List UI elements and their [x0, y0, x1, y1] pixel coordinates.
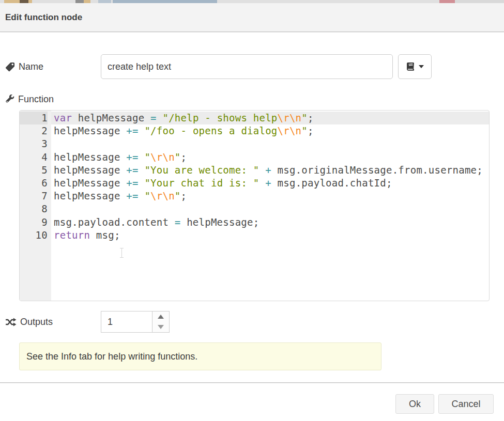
code-gutter: 12345678910	[20, 111, 51, 301]
arrow-down-icon	[158, 325, 164, 329]
name-label: Name	[19, 61, 43, 72]
library-button[interactable]	[398, 54, 432, 79]
code-line[interactable]: helpMessage += "\r\n";	[51, 151, 489, 164]
function-row: Function	[5, 93, 54, 105]
code-line[interactable]: helpMessage += "\r\n";	[51, 190, 489, 202]
spinner-buttons	[152, 311, 169, 332]
name-input[interactable]	[101, 54, 393, 79]
line-number: 6	[20, 177, 48, 190]
outputs-row: Outputs	[5, 316, 53, 328]
info-box: See the Info tab for help writing functi…	[19, 342, 381, 370]
shuffle-icon	[5, 318, 17, 326]
info-text: See the Info tab for help writing functi…	[26, 351, 197, 362]
cancel-button[interactable]: Cancel	[438, 394, 494, 414]
code-line[interactable]: helpMessage += "You are welcome: " + msg…	[51, 164, 489, 177]
line-number: 8	[20, 202, 48, 215]
code-line[interactable]: return msg;	[51, 229, 489, 242]
code-line[interactable]	[51, 137, 489, 150]
line-number: 10	[20, 229, 48, 242]
code-line[interactable]	[51, 202, 489, 215]
outputs-spinner	[101, 311, 170, 333]
function-label: Function	[18, 94, 54, 105]
spinner-up-button[interactable]	[152, 311, 169, 322]
chevron-down-icon	[419, 65, 424, 68]
line-number: 5	[20, 164, 48, 177]
line-number: 2	[20, 124, 48, 137]
line-number: 1	[20, 112, 48, 124]
wrench-icon	[5, 95, 14, 104]
spinner-down-button[interactable]	[152, 322, 169, 332]
outputs-label: Outputs	[20, 317, 53, 328]
ok-button[interactable]: Ok	[395, 394, 434, 414]
code-line[interactable]: helpMessage += "/foo - opens a dialog\r\…	[51, 124, 489, 137]
dialog-header: Edit function node	[0, 3, 504, 32]
code-line[interactable]: helpMessage += "Your chat id is: " + msg…	[51, 177, 489, 190]
dialog-title: Edit function node	[5, 12, 82, 23]
code-editor[interactable]: 12345678910 var helpMessage = "/help - s…	[19, 110, 490, 301]
dialog-footer: Ok Cancel	[0, 382, 504, 421]
book-icon	[406, 62, 415, 71]
code-line[interactable]: var helpMessage = "/help - shows help\r\…	[51, 112, 489, 124]
name-row: Name	[5, 54, 43, 79]
line-number: 4	[20, 151, 48, 164]
line-number: 7	[20, 190, 48, 202]
outputs-input[interactable]	[101, 311, 152, 332]
line-number: 9	[20, 216, 48, 229]
dialog-body: Name Function 12345678910 var helpMessag…	[0, 33, 504, 382]
tag-icon	[5, 62, 15, 72]
code-line[interactable]: msg.payload.content = helpMessage;	[51, 216, 489, 229]
code-lines: var helpMessage = "/help - shows help\r\…	[51, 111, 489, 301]
text-cursor	[119, 248, 124, 258]
arrow-up-icon	[158, 315, 164, 319]
line-number: 3	[20, 137, 48, 150]
